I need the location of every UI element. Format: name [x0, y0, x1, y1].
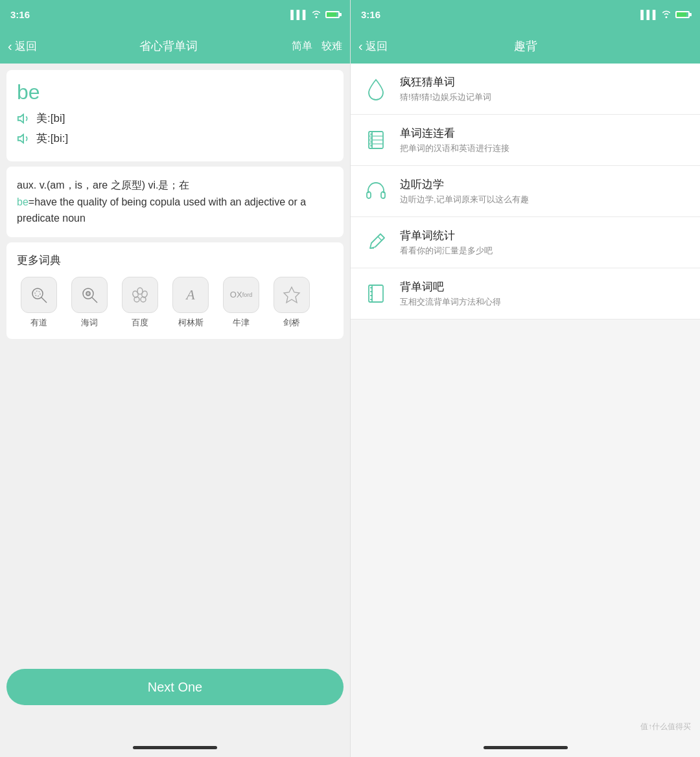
- haici-icon-box: [71, 277, 108, 313]
- cambridge-icon-box: [274, 277, 310, 313]
- guess-desc: 猜!猜!猜!边娱乐边记单词: [400, 91, 491, 103]
- home-indicator-right: [351, 738, 700, 757]
- menu-item-stats[interactable]: 背单词统计 看看你的词汇量是多少吧: [351, 217, 700, 268]
- chevron-left-icon: ‹: [8, 39, 12, 54]
- right-panel: 3:16 ▌▌▌ ‹ 返回 趣背: [350, 0, 700, 757]
- svg-marker-13: [284, 287, 299, 303]
- back-label-left: 返回: [15, 39, 37, 54]
- forum-name: 背单词吧: [400, 279, 501, 294]
- headphone-icon: [364, 179, 388, 204]
- definition-text1: aux. v.(am，is，are 之原型) vi.是；在: [17, 180, 189, 191]
- definition-highlight: be: [17, 196, 29, 207]
- back-button-left[interactable]: ‹ 返回: [8, 39, 47, 54]
- stats-icon-box: [361, 227, 391, 257]
- home-bar-right: [484, 746, 568, 749]
- back-label-right: 返回: [366, 39, 388, 54]
- dict-card-title: 更多词典: [17, 253, 333, 268]
- notebook-icon: [364, 128, 388, 152]
- menu-list: 疯狂猜单词 猜!猜!猜!边娱乐边记单词 单词连: [351, 64, 700, 716]
- nav-title-left: 省心背单词: [47, 38, 290, 54]
- listen-name: 边听边学: [400, 177, 529, 192]
- menu-item-guess[interactable]: 疯狂猜单词 猜!猜!猜!边娱乐边记单词: [351, 64, 700, 115]
- youdao-icon-box: [21, 277, 57, 313]
- home-bar-left: [133, 746, 217, 749]
- dict-item-cambridge[interactable]: 剑桥: [270, 277, 314, 329]
- connect-name: 单词连连看: [400, 126, 509, 141]
- svg-point-2: [32, 288, 43, 299]
- dict-item-oxford[interactable]: OXford 牛津: [219, 277, 263, 329]
- baidu-label: 百度: [132, 317, 148, 329]
- us-pronunciation-row: 美:[bi]: [17, 111, 333, 126]
- stats-desc: 看看你的词汇量是多少吧: [400, 245, 493, 257]
- menu-item-forum[interactable]: 背单词吧 互相交流背单词方法和心得: [351, 268, 700, 320]
- forum-icon-box: [361, 279, 391, 309]
- nav-title-right: 趣背: [397, 38, 653, 54]
- status-icons-right: ▌▌▌: [640, 9, 690, 20]
- stats-text: 背单词统计 看看你的词汇量是多少吧: [400, 228, 493, 257]
- status-bar-right: 3:16 ▌▌▌: [351, 0, 700, 29]
- simple-button[interactable]: 简单: [292, 40, 312, 53]
- home-indicator-left: [0, 738, 350, 757]
- nav-bar-right: ‹ 返回 趣背: [351, 29, 700, 64]
- notebook2-icon: [364, 281, 388, 306]
- collins-icon-box: A: [172, 277, 209, 313]
- svg-point-7: [86, 292, 90, 296]
- watermark: 值↑什么值得买: [351, 716, 700, 738]
- definition-card: aux. v.(am，is，are 之原型) vi.是；在 be=have th…: [6, 167, 344, 237]
- time-left: 3:16: [10, 9, 30, 20]
- svg-point-4: [35, 291, 40, 296]
- uk-pron-text: 英:[bi:]: [36, 131, 68, 146]
- svg-rect-23: [367, 192, 371, 198]
- forum-desc: 互相交流背单词方法和心得: [400, 296, 501, 308]
- word-card: be 美:[bi] 英:[bi:]: [6, 70, 344, 161]
- us-pron-text: 美:[bi]: [36, 111, 65, 126]
- haici-label: 海词: [81, 317, 98, 329]
- cambridge-label: 剑桥: [283, 317, 300, 329]
- oxford-icon-box: OXford: [223, 277, 259, 313]
- hard-button[interactable]: 较难: [321, 40, 342, 53]
- svg-marker-1: [18, 134, 23, 143]
- dict-item-collins[interactable]: A 柯林斯: [169, 277, 213, 329]
- back-button-right[interactable]: ‹ 返回: [358, 39, 397, 54]
- status-icons-left: ▌▌▌: [290, 9, 340, 20]
- left-panel: 3:16 ▌▌▌ ‹ 返回 省心背单词 简单 较难 be: [0, 0, 350, 757]
- battery-icon-right: [675, 11, 690, 18]
- nav-bar-left: ‹ 返回 省心背单词 简单 较难: [0, 29, 350, 64]
- listen-text: 边听边学 边听边学,记单词原来可以这么有趣: [400, 177, 529, 205]
- signal-icon-right: ▌▌▌: [640, 10, 659, 19]
- chevron-left-icon-right: ‹: [358, 39, 363, 54]
- stats-name: 背单词统计: [400, 228, 493, 243]
- svg-line-3: [41, 297, 47, 303]
- status-bar-left: 3:16 ▌▌▌: [0, 0, 350, 29]
- dict-item-haici[interactable]: 海词: [67, 277, 111, 329]
- baidu-icon-box: [122, 277, 158, 313]
- uk-sound-icon[interactable]: [17, 132, 31, 146]
- wifi-icon: [311, 9, 321, 20]
- dict-card: 更多词典 有道: [6, 242, 344, 339]
- guess-icon-box: [361, 74, 391, 104]
- collins-label: 柯林斯: [178, 317, 204, 329]
- forum-text: 背单词吧 互相交流背单词方法和心得: [400, 279, 501, 308]
- svg-line-25: [378, 237, 382, 240]
- drop-icon: [364, 76, 388, 101]
- listen-desc: 边听边学,记单词原来可以这么有趣: [400, 194, 529, 205]
- dict-item-youdao[interactable]: 有道: [17, 277, 61, 329]
- bottom-section: Next One: [0, 339, 350, 738]
- listen-icon-box: [361, 176, 391, 206]
- nav-actions-left: 简单 较难: [290, 40, 342, 53]
- wifi-icon-right: [661, 9, 671, 20]
- menu-item-connect[interactable]: 单词连连看 把单词的汉语和英语进行连接: [351, 115, 700, 166]
- connect-desc: 把单词的汉语和英语进行连接: [400, 143, 509, 154]
- uk-pronunciation-row: 英:[bi:]: [17, 131, 333, 146]
- us-sound-icon[interactable]: [17, 111, 31, 126]
- menu-item-listen[interactable]: 边听边学 边听边学,记单词原来可以这么有趣: [351, 166, 700, 217]
- connect-icon-box: [361, 125, 391, 155]
- svg-rect-24: [381, 192, 385, 198]
- youdao-label: 有道: [30, 317, 47, 329]
- dict-item-baidu[interactable]: 百度: [118, 277, 162, 329]
- signal-icon: ▌▌▌: [290, 10, 309, 19]
- time-right: 3:16: [361, 9, 380, 20]
- next-one-button[interactable]: Next One: [6, 669, 344, 705]
- definition-text2: =have the quality of being copula used w…: [17, 196, 306, 224]
- svg-marker-0: [18, 114, 23, 122]
